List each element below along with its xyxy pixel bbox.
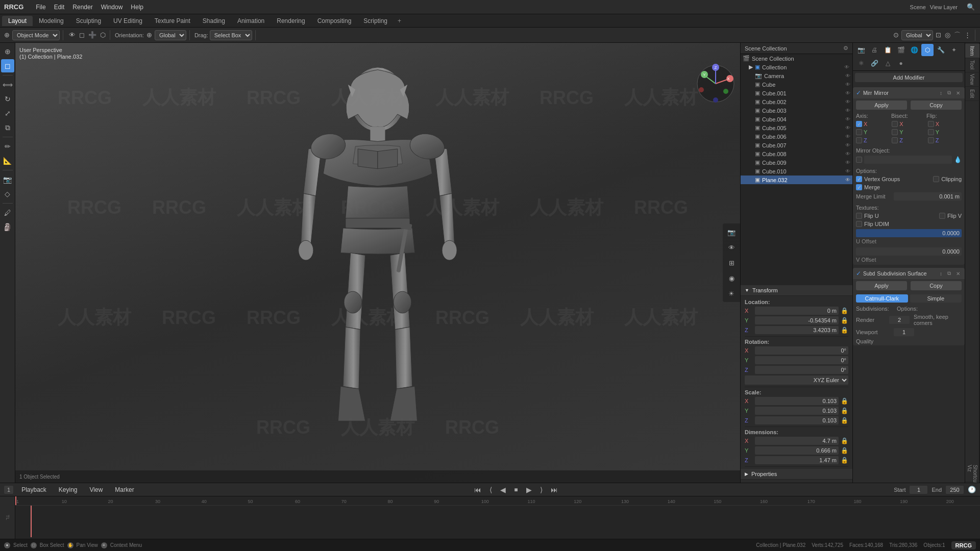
timeline-track[interactable] [15, 506, 980, 537]
mirror-object-input[interactable] [864, 156, 952, 164]
cube008-eye-icon[interactable]: 👁 [845, 151, 850, 157]
tool-camera[interactable]: 📷 [1, 173, 14, 186]
far-tab-shortcut[interactable]: Shortcut Viz [965, 467, 979, 482]
axis-y-checkbox[interactable] [856, 129, 862, 135]
tool-measure[interactable]: 📐 [1, 154, 14, 167]
cube-eye-icon[interactable]: 👁 [845, 82, 850, 87]
props-tab-view-layer[interactable]: 📋 [881, 44, 894, 56]
loc-y-input[interactable] [755, 316, 839, 324]
viewport[interactable]: RRCG人人素材RRCG人人素材 人人素材RRCG人人素材RRCG RRCG人人… [15, 43, 740, 483]
outliner-item-cube002[interactable]: ▣ Cube.002 👁 [741, 97, 852, 106]
outliner-item-cube005[interactable]: ▣ Cube.005 👁 [741, 123, 852, 132]
viewport-icon-layers[interactable]: ⊞ [725, 256, 738, 269]
tab-sculpting[interactable]: Sculpting [70, 16, 107, 26]
viewport-icon-light[interactable]: ☀ [725, 287, 738, 300]
mirror-object-color-swatch[interactable] [856, 157, 862, 163]
axis-z-checkbox[interactable] [856, 137, 862, 143]
tab-modeling[interactable]: Modeling [33, 16, 70, 26]
rotation-mode-select[interactable]: XYZ Euler [745, 375, 848, 385]
rot-x-input[interactable] [755, 346, 848, 355]
drag-select[interactable]: Select Box [210, 30, 252, 40]
props-tab-render[interactable]: 📷 [855, 44, 867, 56]
bisect-x-checkbox[interactable] [892, 121, 898, 127]
far-tab-view[interactable]: View [965, 72, 979, 87]
tab-layout[interactable]: Layout [2, 16, 33, 26]
cube007-eye-icon[interactable]: 👁 [845, 142, 850, 148]
menu-edit[interactable]: Edit [50, 3, 69, 12]
outliner-item-plane032[interactable]: ▣ Plane.032 👁 [741, 176, 852, 184]
cube009-eye-icon[interactable]: 👁 [845, 160, 850, 165]
props-tab-particles[interactable]: ✦ [948, 44, 960, 56]
outliner-item-collection[interactable]: ▶ ▣ Collection 👁 [741, 63, 852, 71]
timeline-keying[interactable]: Keying [55, 485, 82, 494]
flip-x-checkbox[interactable] [928, 121, 934, 127]
mirror-duplicate-btn[interactable]: ⧉ [946, 89, 952, 96]
mirror-real-btn[interactable]: ↕ [938, 90, 944, 96]
tool-empty[interactable]: ◇ [1, 187, 14, 201]
viewport-icon-camera[interactable]: 📷 [725, 226, 738, 239]
outliner-item-cube009[interactable]: ▣ Cube.009 👁 [741, 158, 852, 167]
tool-select[interactable]: ◻ [1, 59, 14, 72]
sc-y-lock[interactable]: 🔒 [841, 407, 848, 414]
outliner-item-cube007[interactable]: ▣ Cube.007 👁 [741, 141, 852, 149]
add-modifier-button[interactable]: Add Modifier [855, 73, 963, 82]
axis-x-checkbox[interactable]: ✓ [856, 121, 862, 127]
far-tab-item[interactable]: Item [965, 44, 979, 58]
rot-z-input[interactable] [755, 366, 848, 374]
simple-button[interactable]: Simple [910, 294, 962, 303]
subd-toggle[interactable]: ✓ [856, 270, 861, 277]
subd-apply-button[interactable]: Apply [856, 281, 907, 290]
flip-v-checkbox[interactable] [939, 213, 945, 219]
toolbar-add[interactable]: ➕ [87, 30, 97, 40]
start-frame-input[interactable] [910, 486, 927, 494]
menu-help[interactable]: Help [127, 3, 148, 12]
tab-compositing[interactable]: Compositing [311, 16, 358, 26]
cube002-eye-icon[interactable]: 👁 [845, 99, 850, 105]
sc-z-input[interactable] [755, 416, 839, 424]
vertex-groups-checkbox[interactable]: ✓ [856, 176, 862, 182]
tool-rotate[interactable]: ↻ [1, 92, 14, 106]
tab-shading[interactable]: Shading [197, 16, 231, 26]
merge-limit-input[interactable] [894, 192, 962, 201]
transform-header[interactable]: ▼ Transform [741, 285, 852, 296]
clipping-checkbox[interactable] [933, 176, 939, 182]
outliner-item-cube008[interactable]: ▣ Cube.008 👁 [741, 149, 852, 158]
toolbar-select[interactable]: ◻ [78, 30, 86, 40]
dim-y-input[interactable] [755, 446, 839, 455]
header-icon-1[interactable]: 🔍 [966, 2, 976, 12]
menu-file[interactable]: File [32, 3, 50, 12]
sc-x-lock[interactable]: 🔒 [841, 397, 848, 405]
step-forward-button[interactable]: ⟩ [538, 485, 545, 495]
tool-pen[interactable]: 🖊 [1, 206, 14, 219]
loc-x-input[interactable] [755, 307, 839, 315]
menu-window[interactable]: Window [97, 3, 127, 12]
subd-real-btn[interactable]: ↕ [938, 270, 944, 277]
play-button[interactable]: ▶ [524, 485, 534, 495]
outliner-item-cube006[interactable]: ▣ Cube.006 👁 [741, 132, 852, 141]
loc-y-lock[interactable]: 🔒 [841, 317, 848, 324]
tab-add[interactable]: + [394, 16, 405, 26]
toolbar-view[interactable]: 👁 [68, 30, 77, 40]
toolbar-more[interactable]: ⋮ [963, 30, 972, 40]
tool-transform[interactable]: ⧉ [1, 121, 14, 134]
tab-rendering[interactable]: Rendering [271, 16, 311, 26]
plane032-eye-icon[interactable]: 👁 [845, 177, 850, 183]
outliner-filter-icon[interactable]: ⚙ [843, 45, 848, 52]
cube003-eye-icon[interactable]: 👁 [845, 108, 850, 113]
props-tab-data[interactable]: △ [881, 57, 894, 69]
catmull-clark-button[interactable]: Catmull-Clark [856, 294, 908, 303]
mirror-toggle[interactable]: ✓ [856, 89, 861, 96]
outliner-item-cube[interactable]: ▣ Cube 👁 [741, 80, 852, 89]
props-tab-output[interactable]: 🖨 [868, 44, 880, 56]
tab-uv-editing[interactable]: UV Editing [107, 16, 149, 26]
viewport-icon-view[interactable]: 👁 [725, 241, 738, 254]
flip-u-checkbox[interactable] [856, 213, 862, 219]
flip-udim-checkbox[interactable] [856, 221, 862, 227]
orientation-select[interactable]: Global [155, 30, 186, 40]
cube010-eye-icon[interactable]: 👁 [845, 168, 850, 174]
timeline-playback[interactable]: Playback [17, 485, 51, 494]
loc-z-input[interactable] [755, 326, 839, 334]
timeline-frame-display[interactable]: 1 [4, 486, 13, 494]
viewport-icon-shader[interactable]: ◉ [725, 271, 738, 285]
dim-x-input[interactable] [755, 437, 839, 445]
